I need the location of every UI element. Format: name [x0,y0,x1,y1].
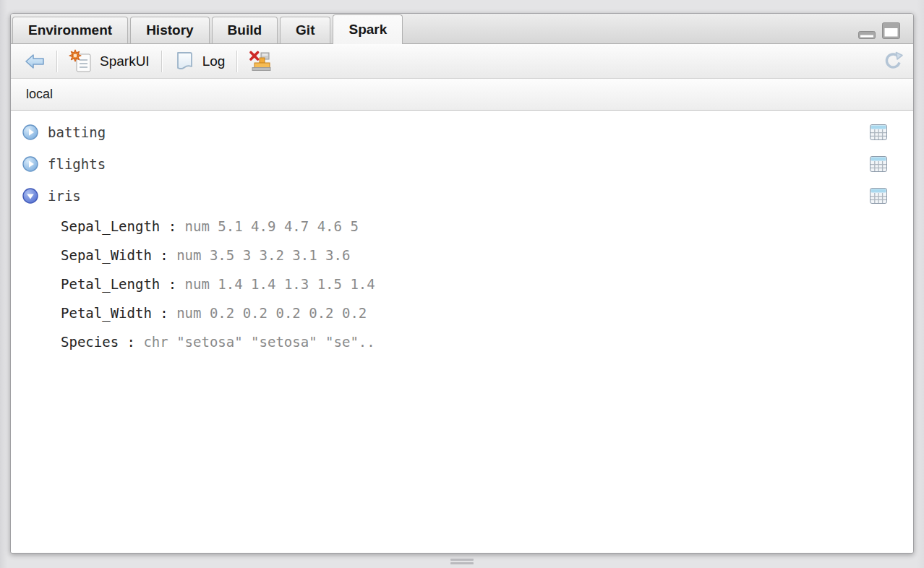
view-table-icon[interactable] [870,124,887,140]
log-button[interactable]: Log [168,48,231,74]
tab-label: Git [296,22,315,38]
sparkui-document-star-icon [69,49,93,74]
view-table-icon[interactable] [870,156,887,172]
tab-spark[interactable]: Spark [333,14,403,44]
column-summary: num 0.2 0.2 0.2 0.2 0.2 [176,305,367,321]
log-document-icon [174,50,196,72]
expander-icon[interactable] [22,156,38,172]
column-row: Sepal_Width : num 3.5 3 3.2 3.1 3.6 [11,241,913,270]
sparkui-button-label: SparkUI [100,53,150,69]
column-summary: num 3.5 3 3.2 3.1 3.6 [176,247,350,263]
tab-label: History [146,22,193,38]
column-name: Species [61,334,119,350]
spark-toolbar: SparkUI Log [11,44,913,79]
column-name: Petal_Width [61,305,152,321]
pane-window-controls [858,22,900,39]
table-row-flights[interactable]: flights [11,148,913,180]
toolbar-separator [56,51,57,72]
table-row-batting[interactable]: batting [11,116,913,148]
disconnect-icon [249,51,272,72]
sparkui-button[interactable]: SparkUI [64,47,155,76]
column-row: Petal_Width : num 0.2 0.2 0.2 0.2 0.2 [11,298,913,327]
connection-scope-label: local [26,87,53,102]
table-row-iris[interactable]: iris [11,180,913,212]
rstudio-quadrant: Environment History Build Git Spark [0,0,924,568]
spark-pane: Environment History Build Git Spark [10,13,914,554]
column-separator: : [152,305,176,321]
back-button[interactable] [20,51,50,72]
column-summary: num 5.1 4.9 4.7 4.6 5 [185,218,359,234]
maximize-pane-icon[interactable] [882,22,900,39]
splitter-grip-line [450,562,474,564]
tab-label: Spark [348,22,387,37]
column-row: Petal_Length : num 1.4 1.4 1.3 1.5 1.4 [11,270,913,298]
column-name: Sepal_Width [61,247,152,263]
table-name: flights [48,156,106,172]
pane-tab-bar: Environment History Build Git Spark [11,14,913,44]
tab-label: Environment [28,22,112,38]
tab-git[interactable]: Git [280,17,330,43]
tab-history[interactable]: History [130,17,209,43]
tab-environment[interactable]: Environment [12,17,128,43]
log-button-label: Log [202,53,226,69]
disconnect-button[interactable] [244,48,277,74]
expander-icon[interactable] [22,188,38,204]
refresh-button[interactable] [883,51,903,72]
column-separator: : [160,218,184,234]
column-separator: : [119,334,143,350]
table-columns: Sepal_Length : num 5.1 4.9 4.7 4.6 5 Sep… [11,212,913,356]
tab-list: Environment History Build Git Spark [12,14,405,43]
connection-scope-bar: local [11,79,913,111]
minimize-pane-icon[interactable] [858,31,876,39]
refresh-icon [883,51,903,72]
tab-build[interactable]: Build [212,17,278,43]
table-entry: batting [11,116,913,148]
table-name: iris [48,188,81,204]
toolbar-separator [161,51,162,72]
column-row: Sepal_Length : num 5.1 4.9 4.7 4.6 5 [11,212,913,241]
table-entry: flights [11,148,913,180]
column-name: Petal_Length [61,276,160,292]
view-table-icon[interactable] [870,188,887,204]
table-entry: iris Sepal_Length : num 5.1 4.9 4.7 4.6 … [11,180,913,356]
column-summary: chr "setosa" "setosa" "se".. [143,334,375,350]
column-separator: : [160,276,184,292]
spark-table-list: batting [11,111,913,553]
back-arrow-icon [25,53,45,69]
expander-icon[interactable] [22,124,38,140]
column-row: Species : chr "setosa" "setosa" "se".. [11,327,913,356]
table-name: batting [48,124,106,140]
pane-splitter-handle[interactable] [0,555,924,568]
column-separator: : [152,247,176,263]
column-summary: num 1.4 1.4 1.3 1.5 1.4 [185,276,375,292]
tab-label: Build [228,22,262,38]
toolbar-separator [236,51,237,72]
splitter-grip-line [450,559,474,561]
column-name: Sepal_Length [61,218,160,234]
